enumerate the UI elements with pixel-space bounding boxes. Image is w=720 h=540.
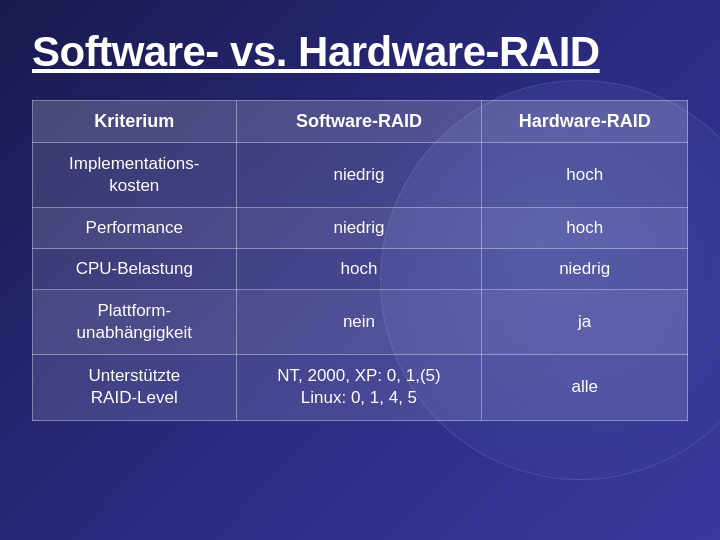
cell-hardware-4: ja [482,290,688,355]
cell-hardware-2: hoch [482,208,688,249]
cell-kriterium-5: UnterstützteRAID-Level [33,355,237,420]
slide-title: Software- vs. Hardware-RAID [32,28,688,76]
cell-software-1: niedrig [236,143,482,208]
slide-content: Software- vs. Hardware-RAID Kriterium So… [0,0,720,441]
col-header-kriterium: Kriterium [33,101,237,143]
cell-software-4: nein [236,290,482,355]
cell-kriterium-4: Plattform-unabhängigkeit [33,290,237,355]
col-header-hardware: Hardware-RAID [482,101,688,143]
table-row: CPU-Belastung hoch niedrig [33,249,688,290]
cell-software-2: niedrig [236,208,482,249]
table-row: Plattform-unabhängigkeit nein ja [33,290,688,355]
cell-hardware-1: hoch [482,143,688,208]
table-row: UnterstützteRAID-Level NT, 2000, XP: 0, … [33,355,688,420]
cell-software-3: hoch [236,249,482,290]
table-header-row: Kriterium Software-RAID Hardware-RAID [33,101,688,143]
cell-software-5: NT, 2000, XP: 0, 1,(5) Linux: 0, 1, 4, 5 [236,355,482,420]
cell-hardware-3: niedrig [482,249,688,290]
col-header-software: Software-RAID [236,101,482,143]
comparison-table: Kriterium Software-RAID Hardware-RAID Im… [32,100,688,421]
table-row: Performance niedrig hoch [33,208,688,249]
cell-kriterium-1: Implementations-kosten [33,143,237,208]
cell-kriterium-3: CPU-Belastung [33,249,237,290]
cell-kriterium-2: Performance [33,208,237,249]
cell-hardware-5: alle [482,355,688,420]
table-row: Implementations-kosten niedrig hoch [33,143,688,208]
